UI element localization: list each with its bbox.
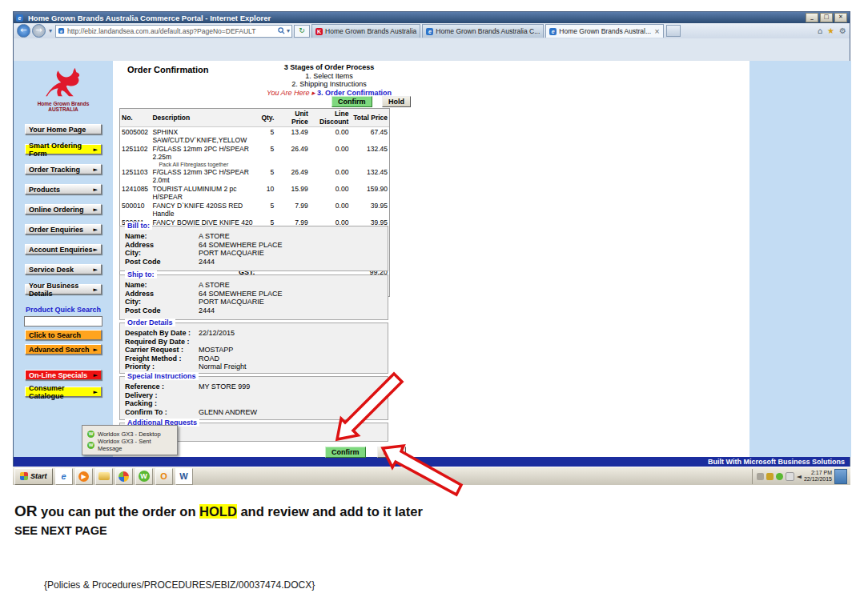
bottom-action-buttons: Confirm Hold <box>325 443 406 458</box>
annotation-line-2: SEE NEXT PAGE <box>14 524 107 537</box>
taskbar-media-player-icon[interactable]: ▶ <box>75 468 93 485</box>
favorites-star-icon[interactable]: ★ <box>827 26 834 35</box>
minimize-button[interactable]: _ <box>806 13 818 22</box>
worldox-icon: W <box>87 442 94 449</box>
arrow-icon: ► <box>94 206 98 213</box>
table-row: 1241085TOURIST ALUMINIUM 2 pc H/SPEAR101… <box>120 184 389 201</box>
ship-postcode: 2444 <box>199 307 215 315</box>
product-quick-search-input[interactable] <box>24 316 102 327</box>
window-controls: _ □ ✕ <box>804 13 847 22</box>
search-icon[interactable] <box>278 27 285 34</box>
table-row: 1251102F/GLASS 12mm 2PC H/SPEAR 2.25m526… <box>120 144 389 161</box>
click-to-search-button[interactable]: Click to Search <box>25 330 102 340</box>
taskbar-worldox-icon[interactable]: W <box>135 468 153 485</box>
ie-icon: e <box>16 14 23 22</box>
ship-to-section: Ship to: Name:A STORE Address64 SOMEWHER… <box>119 274 388 320</box>
arrow-icon: ► <box>94 226 98 233</box>
despatch-by-date: 22/12/2015 <box>199 329 235 338</box>
sidebar-item-order-enquiries[interactable]: Order Enquiries► <box>25 224 102 234</box>
col-no: No. <box>120 109 151 127</box>
advanced-search-button[interactable]: Advanced Search► <box>25 344 102 355</box>
address-dropdown-icon[interactable]: ▾ <box>287 27 290 34</box>
arrow-icon: ► <box>94 389 98 395</box>
brand-favicon: K <box>315 28 323 35</box>
restore-button[interactable]: □ <box>820 13 833 22</box>
order-stages: 3 Stages of Order Process 1. Select Item… <box>241 63 417 97</box>
window-title: Home Grown Brands Australia Commerce Por… <box>28 14 271 22</box>
refresh-icon[interactable]: ↻ <box>294 25 310 38</box>
start-button[interactable]: Start <box>14 468 53 485</box>
confirm-to: GLENN ANDREW <box>199 408 257 417</box>
taskbar-ie-icon[interactable]: e <box>55 468 73 485</box>
sidebar-item-account-enquiries[interactable]: Account Enquiries► <box>25 244 102 254</box>
address-bar[interactable]: e http://ebiz.landandsea.com.au/default.… <box>55 25 292 38</box>
taskbar-word-icon[interactable]: W <box>175 468 193 485</box>
table-row: 1251103F/GLASS 12mm 3PC H/SPEAR 2.0mt526… <box>120 167 389 184</box>
confirm-button[interactable]: Confirm <box>325 447 366 458</box>
windows-flag-icon <box>20 472 28 480</box>
sidebar-item-online-ordering[interactable]: Online Ordering► <box>25 204 102 214</box>
tab-1[interactable]: K Home Grown Brands Australia <box>311 24 420 38</box>
consumer-catalogue-button[interactable]: Consumer Catalogue► <box>25 387 102 397</box>
ie-favicon: e <box>549 28 557 35</box>
menu-item-worldox-sent-message[interactable]: WWorldox GX3 - Sent Message <box>82 439 177 451</box>
logo-text-2: AUSTRALIA <box>14 106 113 113</box>
arrow-icon: ► <box>94 347 98 353</box>
special-instructions-legend: Special Instructions <box>125 372 199 380</box>
taskbar-app-colorful-icon[interactable] <box>115 468 133 485</box>
hold-button[interactable]: Hold <box>377 447 406 458</box>
table-row: 5005002SPHINX SAW/CUT.DV`KNIFE,YELLOW513… <box>120 127 389 145</box>
bill-postcode: 2444 <box>199 258 215 266</box>
home-icon[interactable]: ⌂ <box>818 26 822 35</box>
bill-city: PORT MACQUARIE <box>199 249 264 258</box>
close-button[interactable]: ✕ <box>834 13 847 22</box>
tab-1-label: Home Grown Brands Australia <box>325 27 416 35</box>
arrow-icon: ► <box>94 372 98 379</box>
logo-text-1: Home Grown Brands <box>14 101 113 106</box>
tray-worldox-icon[interactable] <box>776 473 783 480</box>
worldox-popup-menu: WWorldox GX3 - Desktop WWorldox GX3 - Se… <box>82 425 178 455</box>
ie-favicon: e <box>426 28 433 35</box>
ship-name: A STORE <box>199 281 230 290</box>
stages-title: 3 Stages of Order Process <box>241 63 417 72</box>
url-text[interactable]: http://ebiz.landandsea.com.au/default.as… <box>67 27 278 35</box>
annotation-line-1: OR you can put the order on HOLD and rev… <box>14 503 423 520</box>
stage-2: 2. Shipping Instructions <box>241 80 417 89</box>
tab-2[interactable]: e Home Grown Brands Australia C... <box>422 24 544 38</box>
product-quick-search-label: Product Quick Search <box>14 306 113 314</box>
tray-icon[interactable] <box>766 473 774 480</box>
tab-2-label: Home Grown Brands Australia C... <box>436 27 540 35</box>
confirm-button-top[interactable]: Confirm <box>332 96 372 107</box>
stage-1: 1. Select Items <box>241 72 417 81</box>
status-bar: Built With Microsoft Business Solutions <box>14 457 850 467</box>
forward-button[interactable]: → <box>32 24 46 38</box>
sidebar-item-your-business-details[interactable]: Your Business Details► <box>25 284 102 294</box>
freight-method: ROAD <box>199 355 219 363</box>
bill-to-section: Bill to: Name:A STORE Address64 SOMEWHER… <box>119 226 388 271</box>
online-specials-button[interactable]: On-Line Specials► <box>25 370 102 380</box>
you-are-here-label: You Are Here ▸ <box>267 89 315 97</box>
sidebar-item-order-tracking[interactable]: Order Tracking► <box>25 164 102 174</box>
sidebar-item-smart-ordering-form[interactable]: Smart Ordering Form► <box>25 144 102 154</box>
volume-icon[interactable]: ◄ <box>797 473 802 480</box>
right-panel <box>749 61 851 457</box>
sidebar-item-products[interactable]: Products► <box>25 184 102 194</box>
new-tab-button[interactable] <box>666 25 681 37</box>
back-button[interactable]: ← <box>17 24 30 38</box>
taskbar-outlook-icon[interactable]: O <box>155 468 173 485</box>
taskbar-explorer-icon[interactable] <box>95 468 113 485</box>
history-dropdown-icon[interactable]: ▾ <box>49 27 52 34</box>
tab-close-icon[interactable]: × <box>654 27 660 35</box>
tray-flag-icon[interactable] <box>786 472 794 481</box>
sidebar-item-your-home-page[interactable]: Your Home Page <box>25 124 102 134</box>
tab-3-active[interactable]: e Home Grown Brands Austral... × <box>545 24 664 38</box>
settings-gear-icon[interactable]: ⚙ <box>839 26 846 35</box>
show-desktop-button[interactable] <box>834 469 847 484</box>
table-row: 500010FANCY D`KNIFE 420SS RED Handle57.9… <box>120 201 389 218</box>
hold-button-top[interactable]: Hold <box>382 96 411 107</box>
bill-to-legend: Bill to: <box>125 222 152 230</box>
sidebar-item-service-desk[interactable]: Service Desk► <box>25 264 102 274</box>
reference: MY STORE 999 <box>199 383 250 391</box>
col-line-discount: Line Discount <box>310 109 351 127</box>
tray-icon[interactable] <box>757 473 764 480</box>
